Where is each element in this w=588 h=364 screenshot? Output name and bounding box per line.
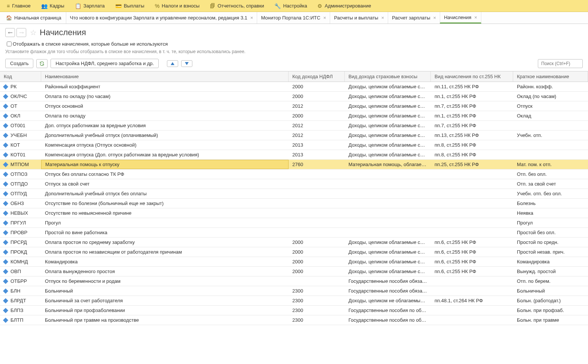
cell-ndfl: 2000 bbox=[289, 249, 345, 255]
code-text: ПРГУЛ bbox=[10, 220, 26, 226]
table-row[interactable]: КОМНДКомандировка2000Доходы, целиком обл… bbox=[0, 257, 588, 267]
cell-code: МТПОМ bbox=[0, 162, 41, 167]
code-text: НЕВЫХ bbox=[10, 210, 28, 216]
cell-short: Больн. при травме bbox=[513, 317, 588, 323]
code-text: ОТПУД bbox=[10, 191, 27, 196]
main-menu-item[interactable]: 🔧Настройка bbox=[269, 0, 312, 12]
main-menu-item[interactable]: 👥Кадры bbox=[36, 0, 70, 12]
table-row[interactable]: ОКЛЧСОплата по окладу (по часам)2000Дохо… bbox=[0, 92, 588, 101]
col-header-code[interactable]: Код bbox=[0, 71, 41, 82]
table-row[interactable]: ПРОКДОплата простоя по независящим от ра… bbox=[0, 247, 588, 257]
col-header-ndfl[interactable]: Код дохода НДФЛ bbox=[289, 71, 345, 82]
show-obsolete-label[interactable]: Отображать в списке начисления, которые … bbox=[13, 41, 168, 47]
home-tab[interactable]: 🏠 Начальная страница bbox=[1, 12, 66, 24]
code-text: БЛРДТ bbox=[10, 298, 26, 303]
code-text: ОТ bbox=[10, 103, 17, 109]
table-row[interactable]: УЧЕБНДополнительный учебный отпуск (опла… bbox=[0, 131, 588, 140]
table-row[interactable]: ОТ001Доп. отпуск работникам за вредные у… bbox=[0, 121, 588, 131]
table-row[interactable]: ОТПОЗОтпуск без оплаты согласно ТК РФОтп… bbox=[0, 169, 588, 179]
cell-insurance: Доходы, целиком облагаемые страхо... bbox=[345, 132, 431, 138]
close-icon[interactable]: × bbox=[474, 15, 477, 20]
arrow-up-icon bbox=[171, 62, 174, 65]
menu-label: Выплаты bbox=[124, 3, 144, 9]
move-down-button[interactable] bbox=[181, 60, 192, 67]
cell-insurance: Доходы, целиком облагаемые страхо... bbox=[345, 249, 431, 255]
tab-label: Расчеты и выплаты bbox=[334, 15, 378, 21]
code-text: ПРСРД bbox=[10, 239, 27, 245]
close-icon[interactable]: × bbox=[433, 15, 436, 21]
cell-insurance: Доходы, целиком облагаемые страхо... bbox=[345, 113, 431, 119]
tab[interactable]: Что нового в конфигурации Зарплата и упр… bbox=[66, 12, 258, 24]
cell-short: Отп. без опл. bbox=[513, 171, 588, 177]
col-header-st255[interactable]: Вид начисления по ст.255 НК bbox=[431, 71, 513, 82]
table-row[interactable]: МТПОММатериальная помощь к отпуску2760Ма… bbox=[0, 160, 588, 169]
col-header-name[interactable]: Наименование bbox=[41, 71, 289, 82]
cell-code: ОВП bbox=[0, 269, 41, 274]
close-icon[interactable]: × bbox=[323, 15, 326, 21]
cell-ndfl: 2300 bbox=[289, 308, 345, 313]
table-row[interactable]: ОТПУДДополнительный учебный отпуск без о… bbox=[0, 189, 588, 199]
toolbar: Создать Настройка НДФЛ, среднего заработ… bbox=[0, 57, 588, 71]
table-row[interactable]: ОТБРРОтпуск по беременности и родамГосуд… bbox=[0, 276, 588, 286]
accruals-grid: Код Наименование Код дохода НДФЛ Вид дох… bbox=[0, 71, 588, 325]
cell-ndfl: 2000 bbox=[289, 239, 345, 245]
close-icon[interactable]: × bbox=[381, 15, 384, 21]
cell-name: Оплата по окладу (по часам) bbox=[41, 94, 289, 99]
cell-ndfl: 2012 bbox=[289, 132, 345, 138]
cell-ndfl: 2300 bbox=[289, 298, 345, 303]
ndfl-settings-button[interactable]: Настройка НДФЛ, среднего заработка и др. bbox=[51, 59, 159, 68]
cell-ndfl: 2000 bbox=[289, 94, 345, 99]
table-row[interactable]: ОКЛОплата по окладу2000Доходы, целиком о… bbox=[0, 111, 588, 121]
table-row[interactable]: БЛТПБольничный при травме на производств… bbox=[0, 315, 588, 325]
menu-icon: 👥 bbox=[41, 3, 48, 9]
table-row[interactable]: ОБНЗОтсутствие по болезни (больничный ещ… bbox=[0, 199, 588, 208]
menu-label: Администрирование bbox=[325, 3, 371, 9]
menu-icon: ≡ bbox=[7, 3, 10, 9]
table-row[interactable]: БЛПЗБольничный при профзаболевании2300Го… bbox=[0, 306, 588, 315]
search-input[interactable] bbox=[538, 59, 583, 68]
table-row[interactable]: ОТПДООтпуск за свой счетОтп. за свой сче… bbox=[0, 179, 588, 189]
cell-code: НЕВЫХ bbox=[0, 210, 41, 216]
nav-forward-button[interactable]: 🡒 bbox=[16, 28, 26, 37]
nav-back-button[interactable]: 🡐 bbox=[5, 28, 15, 37]
table-row[interactable]: ОТОтпуск основной2012Доходы, целиком обл… bbox=[0, 101, 588, 111]
item-icon bbox=[3, 220, 8, 225]
table-row[interactable]: КОТКомпенсация отпуска (Отпуск основной)… bbox=[0, 140, 588, 150]
cell-name: Отпуск без оплаты согласно ТК РФ bbox=[41, 171, 289, 177]
table-row[interactable]: РКРайонный коэффициент2000Доходы, целико… bbox=[0, 82, 588, 92]
move-up-button[interactable] bbox=[167, 60, 178, 67]
tab[interactable]: Монитор Портала 1С:ИТС× bbox=[257, 12, 330, 24]
cell-name: Простой по вине работника bbox=[41, 230, 289, 235]
cell-code: ОТПОЗ bbox=[0, 171, 41, 177]
tab[interactable]: Начисления× bbox=[440, 12, 481, 24]
item-icon bbox=[3, 142, 8, 147]
refresh-button[interactable] bbox=[36, 59, 48, 68]
table-row[interactable]: ПРОВРПростой по вине работникаПростой бе… bbox=[0, 228, 588, 238]
table-row[interactable]: ПРГУЛПрогулПрогул bbox=[0, 218, 588, 228]
close-icon[interactable]: × bbox=[250, 15, 253, 21]
create-button[interactable]: Создать bbox=[5, 59, 33, 68]
cell-short: Простой по средн. bbox=[513, 239, 588, 245]
table-row[interactable]: КОТ01Компенсация отпуска (Доп. отпуск ра… bbox=[0, 150, 588, 160]
show-obsolete-checkbox[interactable] bbox=[7, 42, 12, 46]
main-menu-item[interactable]: ≡Главное bbox=[1, 0, 36, 12]
cell-name: Командировка bbox=[41, 259, 289, 264]
table-row[interactable]: БЛНБольничный2300Государственные пособия… bbox=[0, 286, 588, 296]
cell-name: Отсутствие по болезни (больничный еще не… bbox=[41, 201, 289, 206]
main-menu-item[interactable]: 🗐Отчетность, справки bbox=[205, 0, 269, 12]
table-row[interactable]: НЕВЫХОтсутствие по невыясненной причинеН… bbox=[0, 208, 588, 218]
cell-short: Простой без опл. bbox=[513, 230, 588, 235]
table-row[interactable]: ПРСРДОплата простоя по среднему заработк… bbox=[0, 238, 588, 247]
main-menu-item[interactable]: 💳Выплаты bbox=[110, 0, 150, 12]
main-menu-item[interactable]: %Налоги и взносы bbox=[150, 0, 205, 12]
tab[interactable]: Расчеты и выплаты× bbox=[330, 12, 388, 24]
main-menu-item[interactable]: ⚙Администрирование bbox=[312, 0, 376, 12]
main-menu-item[interactable]: 📋Зарплата bbox=[70, 0, 110, 12]
table-row[interactable]: ОВПОплата вынужденного простоя2000Доходы… bbox=[0, 267, 588, 276]
col-header-short[interactable]: Краткое наименование bbox=[513, 71, 588, 82]
col-header-insurance[interactable]: Вид дохода страховые взносы bbox=[345, 71, 431, 82]
code-text: ПРОКД bbox=[10, 249, 27, 255]
table-row[interactable]: БЛРДТБольничный за счет работодателя2300… bbox=[0, 296, 588, 306]
tab[interactable]: Расчет зарплаты× bbox=[388, 12, 440, 24]
favorite-star-icon[interactable]: ☆ bbox=[30, 28, 37, 37]
